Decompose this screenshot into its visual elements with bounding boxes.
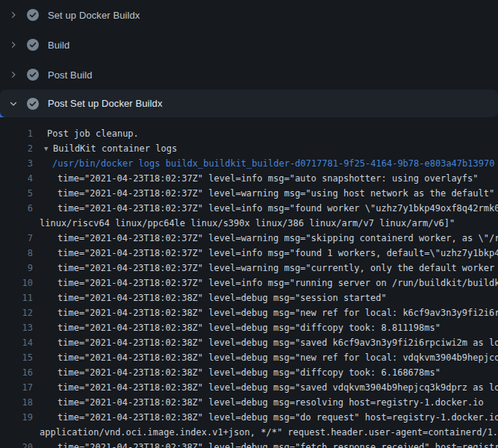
line-number[interactable]: 2 — [0, 141, 33, 156]
log-text: Post job cleanup. — [47, 126, 139, 141]
line-number[interactable]: 16 — [0, 365, 33, 380]
log-group-title: BuildKit container logs — [53, 141, 177, 156]
line-number[interactable]: 18 — [0, 395, 33, 410]
check-circle-icon — [27, 98, 39, 110]
log-text: time="2021-04-23T18:02:38Z" level=debug … — [57, 305, 498, 320]
chevron-right-icon — [9, 9, 18, 21]
line-number[interactable]: 1 — [0, 126, 33, 141]
step-label: Post Set up Docker Buildx — [48, 98, 163, 109]
line-number[interactable]: 12 — [0, 305, 33, 320]
log-line: 15time="2021-04-23T18:02:38Z" level=debu… — [0, 350, 498, 365]
step-log-content: 1Post job cleanup. 2▼BuildKit container … — [0, 117, 498, 448]
actions-log-viewer: Set up Docker Buildx Build Post Build Po… — [0, 0, 498, 448]
log-text: time="2021-04-23T18:02:37Z" level=warnin… — [57, 261, 498, 276]
line-number[interactable]: 9 — [0, 261, 33, 276]
line-number[interactable]: 5 — [0, 186, 33, 201]
command-text: /usr/bin/docker logs buildx_buildkit_bui… — [52, 156, 494, 171]
log-text: time="2021-04-23T18:02:38Z" level=debug … — [57, 380, 498, 395]
line-number[interactable]: 7 — [0, 231, 33, 246]
log-text: time="2021-04-23T18:02:37Z" level=info m… — [57, 276, 498, 290]
log-line: 4time="2021-04-23T18:02:37Z" level=info … — [0, 171, 498, 186]
group-caret-down-icon[interactable]: ▼ — [44, 141, 53, 156]
log-line: 14time="2021-04-23T18:02:38Z" level=debu… — [0, 335, 498, 350]
step-row-post-build[interactable]: Post Build — [0, 60, 498, 90]
log-line-continuation: linux/riscv64 linux/ppc64le linux/s390x … — [0, 216, 498, 231]
log-line: 1Post job cleanup. — [0, 126, 498, 141]
log-line: 17time="2021-04-23T18:02:38Z" level=debu… — [0, 380, 498, 395]
check-circle-icon — [27, 9, 39, 21]
log-line: 12time="2021-04-23T18:02:38Z" level=debu… — [0, 305, 498, 320]
log-group-header[interactable]: 2▼BuildKit container logs — [0, 141, 498, 156]
line-number[interactable]: 14 — [0, 335, 33, 350]
step-row-post-set-up-docker-buildx[interactable]: Post Set up Docker Buildx — [0, 90, 498, 117]
step-row-build[interactable]: Build — [0, 30, 498, 60]
log-text: time="2021-04-23T18:02:38Z" level=debug … — [57, 290, 387, 305]
log-line: 7time="2021-04-23T18:02:37Z" level=warni… — [0, 231, 498, 246]
line-number[interactable]: 3 — [0, 156, 33, 171]
log-line: 19time="2021-04-23T18:02:38Z" level=debu… — [0, 410, 498, 425]
log-line: 5time="2021-04-23T18:02:37Z" level=warni… — [0, 186, 498, 201]
line-number[interactable]: 20 — [0, 440, 33, 448]
log-text: time="2021-04-23T18:02:38Z" level=debug … — [57, 320, 441, 335]
log-line: 13time="2021-04-23T18:02:38Z" level=debu… — [0, 320, 498, 335]
chevron-down-icon — [9, 98, 18, 110]
line-number[interactable]: 17 — [0, 380, 33, 395]
log-line-continuation: application/vnd.oci.image.index.v1+json,… — [0, 425, 498, 440]
log-line: 16time="2021-04-23T18:02:38Z" level=debu… — [0, 365, 498, 380]
line-number[interactable]: 15 — [0, 350, 33, 365]
line-number[interactable]: 11 — [0, 290, 33, 305]
log-text: time="2021-04-23T18:02:37Z" level=info m… — [57, 201, 498, 216]
line-number — [0, 216, 33, 231]
log-line: 9time="2021-04-23T18:02:37Z" level=warni… — [0, 261, 498, 276]
log-text: time="2021-04-23T18:02:37Z" level=warnin… — [57, 186, 494, 201]
log-line: 8time="2021-04-23T18:02:37Z" level=info … — [0, 246, 498, 261]
log-text: time="2021-04-23T18:02:38Z" level=debug … — [57, 440, 498, 448]
log-text: time="2021-04-23T18:02:38Z" level=debug … — [57, 395, 484, 410]
log-line: 10time="2021-04-23T18:02:37Z" level=info… — [0, 276, 498, 290]
step-row-set-up-docker-buildx[interactable]: Set up Docker Buildx — [0, 0, 498, 30]
line-number[interactable]: 19 — [0, 410, 33, 425]
line-number[interactable]: 8 — [0, 246, 33, 261]
step-label: Build — [48, 40, 69, 51]
log-line: 20time="2021-04-23T18:02:38Z" level=debu… — [0, 440, 498, 448]
step-label: Post Build — [48, 69, 93, 81]
log-text: time="2021-04-23T18:02:38Z" level=debug … — [57, 410, 498, 425]
line-number[interactable]: 13 — [0, 320, 33, 335]
line-number[interactable]: 4 — [0, 171, 33, 186]
log-text: application/vnd.oci.image.index.v1+json,… — [40, 425, 498, 440]
log-text: time="2021-04-23T18:02:38Z" level=debug … — [57, 335, 498, 350]
log-line: 6time="2021-04-23T18:02:37Z" level=info … — [0, 201, 498, 216]
log-line: 11time="2021-04-23T18:02:38Z" level=debu… — [0, 290, 498, 305]
check-circle-icon — [27, 69, 39, 81]
check-circle-icon — [27, 39, 39, 51]
log-text: time="2021-04-23T18:02:37Z" level=info m… — [57, 246, 498, 261]
step-label: Set up Docker Buildx — [48, 10, 140, 21]
log-text: time="2021-04-23T18:02:38Z" level=debug … — [57, 365, 441, 380]
log-text: time="2021-04-23T18:02:37Z" level=warnin… — [57, 231, 498, 246]
log-command-line: 3/usr/bin/docker logs buildx_buildkit_bu… — [0, 156, 498, 171]
chevron-right-icon — [9, 69, 18, 81]
log-text: time="2021-04-23T18:02:38Z" level=debug … — [57, 350, 498, 365]
line-number — [0, 425, 33, 440]
log-line: 18time="2021-04-23T18:02:38Z" level=debu… — [0, 395, 498, 410]
line-number[interactable]: 6 — [0, 201, 33, 216]
log-text: time="2021-04-23T18:02:37Z" level=info m… — [57, 171, 479, 186]
chevron-right-icon — [9, 39, 18, 51]
line-number[interactable]: 10 — [0, 276, 33, 290]
log-text: linux/riscv64 linux/ppc64le linux/s390x … — [40, 216, 455, 231]
